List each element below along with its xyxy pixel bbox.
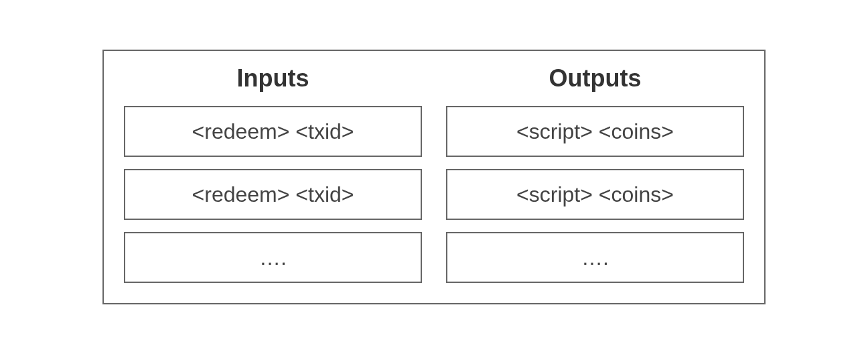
inputs-header: Inputs — [124, 64, 422, 93]
output-row-ellipsis: …. — [446, 232, 744, 283]
input-row: <redeem> <txid> — [124, 169, 422, 220]
input-row: <redeem> <txid> — [124, 106, 422, 157]
output-row: <script> <coins> — [446, 106, 744, 157]
inputs-column: Inputs <redeem> <txid> <redeem> <txid> …… — [124, 64, 422, 283]
outputs-column: Outputs <script> <coins> <script> <coins… — [446, 64, 744, 283]
output-row: <script> <coins> — [446, 169, 744, 220]
transaction-box: Inputs <redeem> <txid> <redeem> <txid> …… — [102, 50, 766, 304]
input-row-ellipsis: …. — [124, 232, 422, 283]
outputs-header: Outputs — [446, 64, 744, 93]
transaction-diagram: Inputs <redeem> <txid> <redeem> <txid> …… — [0, 0, 868, 354]
